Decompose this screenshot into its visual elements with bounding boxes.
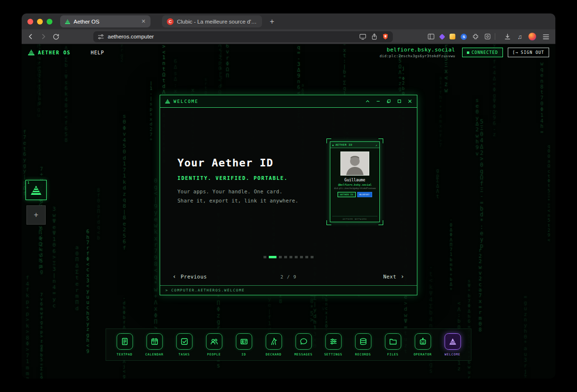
aether-triangle-icon	[444, 333, 461, 350]
dock-item-files[interactable]: FILES	[380, 333, 406, 356]
zoom-window-button[interactable]	[47, 19, 52, 25]
media-icon[interactable]: ♫	[517, 33, 522, 40]
card-handle: @belfiore.bsky.social	[330, 183, 379, 186]
tab-close-icon[interactable]: ✕	[141, 18, 146, 25]
address-bar-actions	[359, 33, 389, 40]
dock-item-settings[interactable]: SETTINGS	[320, 333, 347, 356]
brave-shield-icon[interactable]	[382, 33, 389, 40]
chat-bubble-icon	[295, 333, 312, 350]
tab-title: Aether OS	[74, 19, 138, 25]
page-dot[interactable]	[269, 256, 276, 258]
reload-button[interactable]	[52, 33, 60, 40]
dock-item-deckard[interactable]: DECKARD	[261, 333, 287, 356]
wallet-extension-icon[interactable]	[439, 34, 445, 40]
browser-toolbar: aetheros.computer	[22, 29, 555, 44]
back-button[interactable]	[27, 33, 34, 40]
profile-avatar[interactable]	[528, 33, 536, 40]
aether-logo-icon	[165, 99, 170, 103]
dock-item-tasks[interactable]: TASKS	[171, 333, 198, 356]
id-card-frame: ▲ AETHER ID ↗ Guillaume	[326, 139, 383, 225]
dock-item-textpad[interactable]: TEXTPAD	[112, 333, 138, 356]
site-settings-icon[interactable]	[98, 34, 104, 40]
os-topbar-right: belfiore.bsky.social did:plc:2eschx3gs6y…	[379, 47, 549, 58]
menu-icon[interactable]	[542, 34, 550, 40]
cast-icon[interactable]	[359, 34, 366, 40]
extension-icons: S	[427, 33, 491, 40]
maximize-icon[interactable]	[397, 99, 401, 103]
aether-logo-icon	[28, 50, 35, 55]
close-window-button[interactable]	[27, 19, 33, 25]
url-text[interactable]: aetheros.computer	[108, 34, 355, 39]
bluesky-badge[interactable]: BLUESKY	[357, 192, 372, 197]
dock-item-records[interactable]: RECORDS	[350, 333, 376, 356]
dock-item-operator[interactable]: OPERATOR	[410, 333, 436, 356]
tab-clubic[interactable]: C Clubic - La meilleure source d'inform	[162, 15, 262, 27]
toolbar-right: ♫	[504, 33, 550, 40]
minimize-window-button[interactable]	[37, 19, 43, 25]
card-did: did:plc:2eschx3gs6yr3tokdfzusvwu	[330, 187, 379, 190]
dock-item-messages[interactable]: MESSAGES	[290, 333, 317, 356]
hero-body: Your apps. Your handle. One card. Share …	[177, 187, 317, 206]
account-did: did:plc:2eschx3gs6yr3tokdfzusvwu	[379, 54, 455, 58]
sidebar-icon[interactable]	[427, 33, 435, 40]
os-brand-label: AETHER OS	[38, 50, 71, 55]
add-workspace-button[interactable]: +	[26, 205, 46, 225]
share-icon[interactable]	[371, 33, 377, 40]
collapse-icon[interactable]	[365, 99, 370, 103]
textpad-icon	[116, 333, 133, 350]
account-handle[interactable]: belfiore.bsky.social	[379, 47, 455, 53]
carousel-nav: ‹ Previous 2 / 9 Next ›	[160, 269, 417, 284]
dock-item-calendar[interactable]: 12 CALENDAR	[141, 333, 168, 356]
address-bar[interactable]: aetheros.computer	[93, 31, 393, 42]
notes-extension-icon[interactable]	[450, 34, 455, 39]
page-dot[interactable]	[263, 256, 266, 258]
popout-icon[interactable]	[387, 99, 391, 103]
card-badges: AETHER ID BLUESKY	[330, 192, 379, 197]
card-name: Guillaume	[330, 178, 379, 182]
tab-strip: Aether OS ✕ C Clubic - La meilleure sour…	[22, 13, 555, 29]
page-dot[interactable]	[300, 256, 303, 258]
window-titlebar[interactable]: WELCOME	[160, 95, 417, 108]
page-dot[interactable]	[289, 256, 292, 258]
svg-text:12: 12	[153, 341, 156, 344]
page-indicator: 2 / 9	[160, 274, 417, 279]
aether-id-card[interactable]: ▲ AETHER ID ↗ Guillaume	[330, 141, 380, 222]
close-icon[interactable]	[408, 99, 412, 103]
hero-text: Your Aether ID IDENTITY. VERIFIED. PORTA…	[177, 157, 317, 206]
tab-aether-os[interactable]: Aether OS ✕	[60, 15, 151, 27]
sliders-icon	[325, 333, 341, 350]
id-card-header: ▲ AETHER ID ↗	[330, 142, 379, 148]
workspace-1-button[interactable]: 1	[25, 180, 47, 200]
os-topbar: AETHER OS HELP belfiore.bsky.social did:…	[22, 44, 555, 61]
id-card-title: AETHER ID	[336, 143, 352, 146]
os-brand: AETHER OS	[28, 50, 71, 55]
aether-id-badge[interactable]: AETHER ID	[338, 192, 355, 197]
new-tab-button[interactable]: +	[267, 17, 277, 26]
sign-out-button[interactable]: [→ SIGN OUT	[508, 48, 549, 57]
hero-body-line1: Your apps. Your handle. One card.	[177, 187, 317, 196]
page-dot[interactable]	[295, 256, 298, 258]
downloads-icon[interactable]	[504, 33, 511, 40]
dock-item-welcome[interactable]: WELCOME	[439, 333, 466, 356]
help-menu[interactable]: HELP	[91, 50, 104, 55]
calendar-icon: 12	[146, 333, 163, 350]
page-dot[interactable]	[284, 256, 287, 258]
dock-item-id[interactable]: ID	[231, 333, 257, 356]
aether-logo-icon	[31, 186, 41, 195]
window-extension-icon[interactable]	[484, 33, 491, 40]
database-icon	[355, 333, 371, 350]
puzzle-extension-icon[interactable]	[472, 33, 479, 40]
page-dot[interactable]	[311, 256, 314, 258]
tasks-icon	[176, 333, 192, 350]
forward-button[interactable]	[40, 33, 47, 40]
account-block: belfiore.bsky.social did:plc:2eschx3gs6y…	[379, 47, 455, 58]
s-extension-icon[interactable]: S	[461, 34, 467, 40]
robot-icon	[414, 333, 431, 350]
page-dot[interactable]	[305, 256, 308, 258]
expand-icon[interactable]: ↗	[376, 143, 377, 147]
minimize-icon[interactable]	[376, 99, 380, 103]
connected-button[interactable]: CONNECTED	[462, 48, 503, 57]
dock-item-people[interactable]: PEOPLE	[201, 333, 227, 356]
page-dot[interactable]	[279, 256, 282, 258]
hero-tagline: IDENTITY. VERIFIED. PORTABLE.	[177, 175, 317, 181]
